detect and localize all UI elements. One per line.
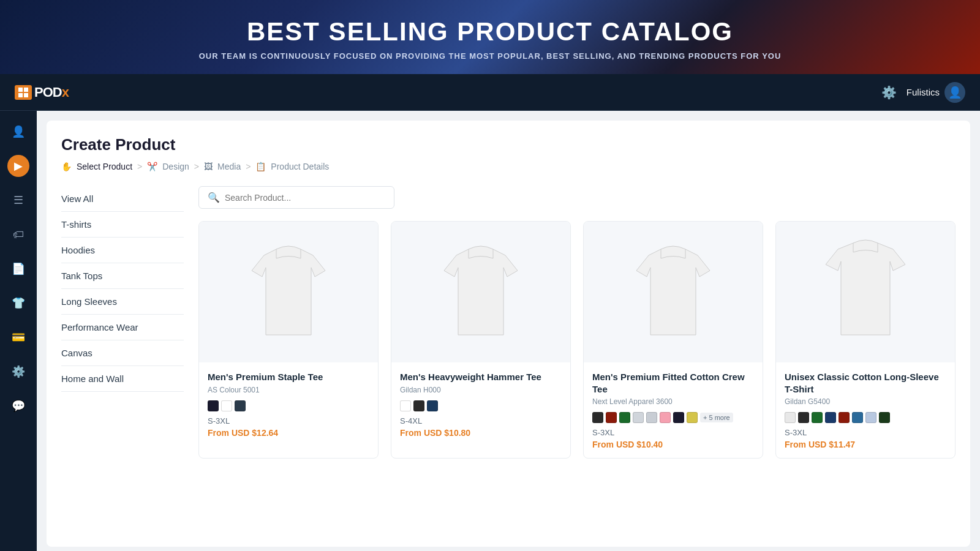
- product-sizes: S-4XL: [400, 416, 562, 425]
- breadcrumb-step3[interactable]: Media: [217, 162, 241, 171]
- product-brand: AS Colour 5001: [208, 386, 369, 394]
- product-brand: Gildan G5400: [785, 397, 946, 406]
- hero-subtitle: OUR TEAM IS CONTINUOUSLY FOCUSED ON PROV…: [12, 51, 968, 61]
- category-item-long-sleeves[interactable]: Long Sleeves: [61, 289, 184, 315]
- category-item-home-and-wall[interactable]: Home and Wall: [61, 366, 184, 392]
- color-swatch[interactable]: [633, 412, 644, 423]
- sidebar-icons: 👤 ▶ ☰ 🏷 📄 👕 💳 ⚙️ 💬: [0, 111, 37, 551]
- color-swatch[interactable]: [235, 400, 246, 411]
- search-icon: 🔍: [208, 192, 220, 203]
- sidebar-icon-file[interactable]: 📄: [7, 258, 29, 280]
- category-item-t-shirts[interactable]: T-shirts: [61, 212, 184, 238]
- sidebar-icon-tshirt[interactable]: 👕: [7, 292, 29, 314]
- color-swatch[interactable]: [825, 412, 836, 423]
- hero-title: BEST SELLING PRODUCT CATALOG: [12, 17, 968, 47]
- svg-rect-1: [24, 88, 28, 92]
- sidebar-icon-chat[interactable]: 💬: [7, 395, 29, 417]
- sidebar-icon-list[interactable]: ☰: [7, 189, 29, 211]
- color-swatch[interactable]: [427, 400, 438, 411]
- product-image: [776, 222, 955, 362]
- breadcrumb-icon-design: ✂️: [147, 162, 157, 171]
- product-card-p4[interactable]: Unisex Classic Cotton Long-Sleeve T-Shir…: [775, 221, 956, 459]
- product-name: Men's Heavyweight Hammer Tee: [400, 371, 562, 383]
- color-swatch[interactable]: [646, 412, 657, 423]
- product-image: [584, 222, 763, 362]
- sidebar-icon-gear[interactable]: ⚙️: [7, 361, 29, 383]
- product-image: [199, 222, 378, 362]
- product-brand: Next Level Apparel 3600: [592, 397, 754, 406]
- breadcrumb: ✋ Select Product > ✂️ Design > 🖼 Media >…: [61, 162, 956, 171]
- product-info: Men's Premium Fitted Cotton Crew Tee Nex…: [584, 362, 763, 458]
- product-sizes: S-3XL: [785, 428, 946, 437]
- category-item-view-all[interactable]: View All: [61, 186, 184, 212]
- color-swatch[interactable]: [413, 400, 424, 411]
- sidebar-icon-card[interactable]: 💳: [7, 326, 29, 348]
- product-card-p3[interactable]: Men's Premium Fitted Cotton Crew Tee Nex…: [583, 221, 763, 459]
- user-avatar: 👤: [944, 82, 965, 103]
- products-grid: Men's Premium Staple Tee AS Colour 5001 …: [198, 221, 956, 459]
- color-swatch[interactable]: [619, 412, 630, 423]
- color-swatch[interactable]: [865, 412, 876, 423]
- color-swatch[interactable]: [785, 412, 796, 423]
- color-swatch[interactable]: [673, 412, 684, 423]
- color-swatch[interactable]: [606, 412, 617, 423]
- svg-rect-2: [18, 93, 23, 97]
- color-swatches: [208, 400, 369, 411]
- category-item-hoodies[interactable]: Hoodies: [61, 238, 184, 263]
- product-info: Men's Premium Staple Tee AS Colour 5001 …: [199, 362, 378, 446]
- sidebar-icon-user[interactable]: 👤: [7, 121, 29, 143]
- color-swatch[interactable]: [852, 412, 863, 423]
- color-swatch[interactable]: [687, 412, 698, 423]
- color-swatch[interactable]: [879, 412, 890, 423]
- nav-right: ⚙️ Fulistics 👤: [881, 82, 965, 103]
- color-swatch[interactable]: [798, 412, 809, 423]
- logo-icon: [15, 85, 32, 100]
- more-colors: + 5 more: [700, 413, 733, 422]
- color-swatch[interactable]: [812, 412, 823, 423]
- top-nav: PODx ⚙️ Fulistics 👤: [0, 74, 980, 111]
- color-swatch[interactable]: [208, 400, 219, 411]
- category-sidebar: View AllT-shirtsHoodiesTank TopsLong Sle…: [61, 186, 184, 459]
- breadcrumb-step2[interactable]: Design: [162, 162, 189, 171]
- logo-text: PODx: [34, 84, 69, 100]
- category-item-canvas[interactable]: Canvas: [61, 340, 184, 366]
- search-input[interactable]: [225, 193, 385, 203]
- content-area: Create Product ✋ Select Product > ✂️ Des…: [47, 121, 970, 547]
- category-item-performance-wear[interactable]: Performance Wear: [61, 315, 184, 340]
- category-item-tank-tops[interactable]: Tank Tops: [61, 263, 184, 289]
- settings-icon[interactable]: ⚙️: [881, 85, 897, 100]
- color-swatches: [785, 412, 946, 423]
- breadcrumb-step1[interactable]: Select Product: [77, 162, 132, 171]
- sidebar-icon-tag[interactable]: 🏷: [7, 223, 29, 246]
- product-name: Men's Premium Fitted Cotton Crew Tee: [592, 371, 754, 395]
- svg-rect-0: [18, 88, 23, 92]
- breadcrumb-icon-media: 🖼: [204, 162, 213, 171]
- logo[interactable]: PODx: [15, 84, 69, 100]
- color-swatch[interactable]: [400, 400, 411, 411]
- product-card-p1[interactable]: Men's Premium Staple Tee AS Colour 5001 …: [198, 221, 379, 459]
- product-info: Unisex Classic Cotton Long-Sleeve T-Shir…: [776, 362, 955, 458]
- username: Fulistics: [907, 87, 940, 97]
- color-swatch[interactable]: [660, 412, 671, 423]
- breadcrumb-step4[interactable]: Product Details: [271, 162, 329, 171]
- product-card-p2[interactable]: Men's Heavyweight Hammer Tee Gildan H000…: [391, 221, 571, 459]
- product-price: From USD $11.47: [785, 440, 946, 449]
- color-swatches: [400, 400, 562, 411]
- products-section: 🔍 Men's Premium Staple Tee AS Colour 500…: [198, 186, 956, 459]
- product-brand: Gildan H000: [400, 386, 562, 394]
- product-image: [391, 222, 570, 362]
- product-price: From USD $12.64: [208, 428, 369, 438]
- search-bar[interactable]: 🔍: [198, 186, 394, 209]
- color-swatch[interactable]: [592, 412, 603, 423]
- hero-banner: BEST SELLING PRODUCT CATALOG OUR TEAM IS…: [0, 0, 980, 74]
- color-swatch[interactable]: [839, 412, 850, 423]
- product-name: Unisex Classic Cotton Long-Sleeve T-Shir…: [785, 371, 946, 395]
- product-name: Men's Premium Staple Tee: [208, 371, 369, 383]
- color-swatches: + 5 more: [592, 412, 754, 423]
- sidebar-icon-play[interactable]: ▶: [7, 155, 29, 177]
- main-layout: 👤 ▶ ☰ 🏷 📄 👕 💳 ⚙️ 💬 Create Product ✋ Sele…: [0, 111, 980, 551]
- color-swatch[interactable]: [221, 400, 232, 411]
- svg-rect-3: [24, 93, 28, 97]
- user-area[interactable]: Fulistics 👤: [907, 82, 965, 103]
- product-price: From USD $10.40: [592, 440, 754, 449]
